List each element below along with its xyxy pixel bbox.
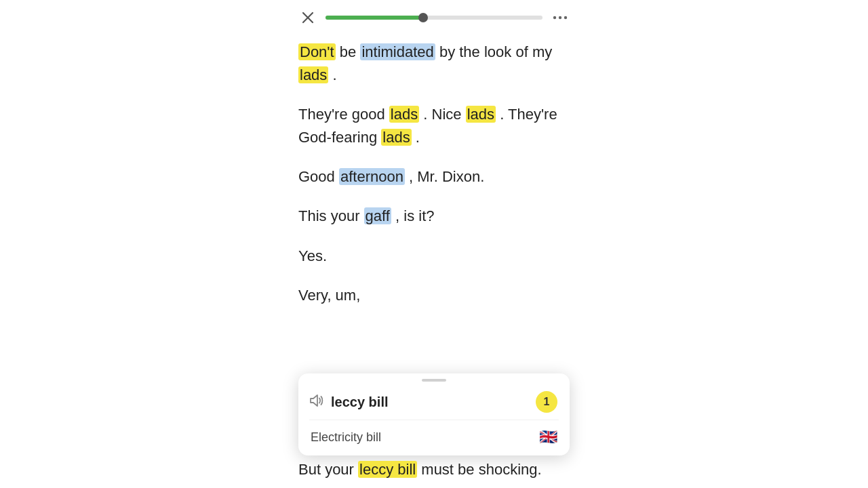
paragraph-1: Don't be intimidated by the look of my l… <box>298 41 570 87</box>
drag-handle[interactable] <box>298 373 570 384</box>
content-area: Don't be intimidated by the look of my l… <box>298 41 570 488</box>
highlight-lads-4: lads <box>381 129 411 146</box>
highlight-leccy-bill: leccy bill <box>358 461 417 478</box>
drag-handle-bar <box>422 379 446 382</box>
tooltip-translation: Electricity bill <box>311 430 532 445</box>
progress-bar[interactable] <box>326 16 542 20</box>
top-bar <box>298 8 570 27</box>
tooltip-translation-row: Electricity bill 🇬🇧 <box>298 420 570 455</box>
text-line-5: Good afternoon , Mr. Dixon. <box>298 168 484 185</box>
tooltip-card: leccy bill 1 Electricity bill 🇬🇧 <box>298 373 570 455</box>
highlight-afternoon: afternoon <box>339 168 405 185</box>
tooltip-word: leccy bill <box>331 394 529 410</box>
text-line-3: They're good lads . Nice lads . They're <box>298 106 557 123</box>
text-line-2: lads . <box>298 66 337 83</box>
svg-point-3 <box>559 16 561 19</box>
highlight-dont: Don't <box>298 43 336 60</box>
paragraph-5: Yes. <box>298 245 570 268</box>
text-line: Don't be intimidated by the look of my <box>298 43 552 60</box>
text-line-8: Very, um, <box>298 287 360 304</box>
text-line-4: God-fearing lads . <box>298 129 420 146</box>
progress-thumb <box>418 13 428 22</box>
flag-icon: 🇬🇧 <box>539 428 557 446</box>
tooltip-badge: 1 <box>536 391 557 413</box>
highlight-lads-1: lads <box>298 66 328 83</box>
text-line-7: Yes. <box>298 247 327 264</box>
close-button[interactable] <box>298 8 317 27</box>
highlight-lads-3: lads <box>466 106 496 123</box>
paragraph-2: They're good lads . Nice lads . They're … <box>298 103 570 149</box>
paragraph-6: Very, um, <box>298 284 570 307</box>
text-line-6: This your gaff , is it? <box>298 207 435 224</box>
highlight-lads-2: lads <box>389 106 419 123</box>
paragraph-3: Good afternoon , Mr. Dixon. <box>298 165 570 188</box>
progress-bar-fill <box>326 16 423 20</box>
speaker-icon[interactable] <box>309 394 324 411</box>
highlight-intimidated: intimidated <box>360 43 435 60</box>
more-options-button[interactable] <box>551 8 570 27</box>
last-line: But your leccy bill must be shocking. <box>298 458 570 481</box>
tooltip-word-row: leccy bill 1 <box>298 384 570 420</box>
svg-point-4 <box>564 16 567 19</box>
highlight-gaff: gaff <box>364 207 391 224</box>
paragraph-4: This your gaff , is it? <box>298 205 570 228</box>
svg-point-2 <box>553 16 556 19</box>
